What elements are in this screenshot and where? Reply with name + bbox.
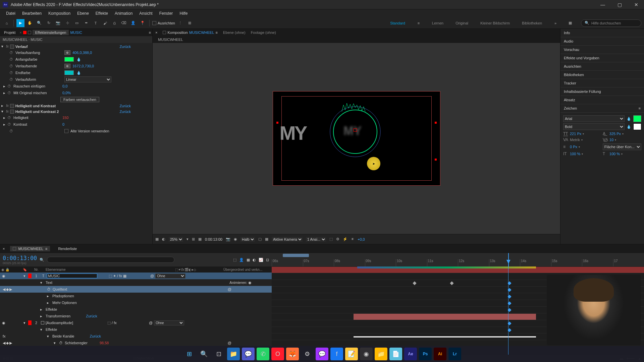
workspace-more[interactable]: » — [551, 19, 559, 27]
layer-switches[interactable]: ⬚ / fx — [107, 321, 148, 325]
resolution-select[interactable]: Halb — [240, 237, 255, 242]
animate-button[interactable]: Animieren: ◉ — [229, 281, 252, 285]
twirl-icon[interactable]: ▾ — [1, 109, 5, 114]
exposure-icon[interactable]: ☀ — [351, 237, 354, 241]
twirl-icon[interactable]: ▸ — [3, 91, 5, 95]
menu-ansicht[interactable]: Ansicht — [136, 10, 156, 16]
zoom-select[interactable]: 25% — [169, 237, 183, 242]
close-button[interactable]: ✕ — [631, 1, 641, 8]
graph-editor-icon[interactable]: 📈 — [259, 258, 263, 262]
stroke-color-swatch[interactable] — [633, 123, 641, 130]
taskbar-notes[interactable]: 📝 — [345, 348, 358, 360]
eyedropper-icon[interactable]: 💧 — [76, 57, 82, 62]
minimize-button[interactable]: — — [598, 1, 608, 8]
gradient-type-select[interactable]: Linear — [64, 76, 111, 82]
property-name[interactable]: Schieberegler — [65, 341, 88, 345]
libraries-panel[interactable]: Bibliotheken — [560, 71, 644, 79]
comp-tab[interactable]: Komposition MUSICWHEEL ≡ — [163, 31, 218, 35]
roi-icon[interactable]: ▢ — [258, 237, 262, 241]
renderer-icon[interactable]: ⚙ — [336, 237, 339, 241]
property-name[interactable]: Text — [46, 281, 52, 285]
taskbar-windows[interactable]: ⊞ — [183, 348, 196, 360]
character-panel-header[interactable]: Zeichen ≡ — [560, 104, 644, 113]
next-kf-icon[interactable]: ▶ — [9, 341, 12, 345]
view-select[interactable]: 1 Ansi... — [306, 237, 326, 242]
timeline-tab[interactable]: MUSICWHEEL ≡ — [10, 246, 50, 251]
tracker-panel[interactable]: Tracker — [560, 79, 644, 87]
layer-name[interactable]: [Audioamplitude] — [46, 321, 106, 325]
parent-select[interactable]: Ohne — [154, 320, 184, 325]
expression-pickwhip-icon[interactable]: @ — [228, 341, 231, 345]
home-tool[interactable]: ⌂ — [3, 19, 11, 27]
next-kf-icon[interactable]: ▶ — [9, 287, 12, 292]
stopwatch-icon[interactable]: ⏱ — [9, 57, 13, 61]
stopwatch-icon[interactable]: ⏱ — [7, 91, 11, 95]
content-aware-panel[interactable]: Inhaltsbasierte Füllung — [560, 87, 644, 96]
legacy-checkbox[interactable] — [64, 129, 68, 133]
shape-tool[interactable]: ▭ — [73, 19, 81, 27]
prev-kf-icon[interactable]: ◀ — [3, 341, 5, 345]
slider-value[interactable]: 98,58 — [100, 341, 109, 345]
brainstorm-icon[interactable]: ⊡ — [266, 258, 269, 262]
camera-tool[interactable]: 📷 — [54, 19, 62, 27]
comp-viewer[interactable]: MY MY — [153, 43, 560, 234]
effect-name[interactable]: Helligkeit und Kontrast 2 — [15, 110, 59, 114]
effect-name[interactable]: Verlauf — [15, 45, 28, 49]
taskbar-app[interactable]: ⚙ — [301, 348, 314, 360]
taskbar-whatsapp[interactable]: ✆ — [257, 348, 269, 360]
timecode-display[interactable]: 0:00:13:00 — [205, 237, 222, 241]
timeline-layer[interactable]: ◉ ▾ 2 [Audioamplitude] ⬚ / fx @ Ohne — [0, 319, 272, 326]
timeline-timecode[interactable]: 0:00:13:00 — [3, 255, 37, 261]
camera-select[interactable]: Aktive Kamera — [272, 237, 303, 242]
motion-blur-icon[interactable]: ◐ — [253, 258, 256, 262]
fast-preview-icon[interactable]: ⚡ — [343, 237, 347, 241]
prop-value[interactable]: 0,0% — [62, 91, 71, 95]
twirl-icon[interactable]: ▾ — [40, 281, 44, 285]
paragraph-panel[interactable]: Absatz — [560, 96, 644, 104]
shy-icon[interactable]: 👤 — [239, 258, 244, 262]
parent-select[interactable]: Ohne — [155, 274, 185, 279]
fx-icon[interactable]: fx — [6, 110, 9, 113]
taskbar-notepad[interactable]: 📄 — [389, 348, 402, 360]
twirl-icon[interactable]: ▸ — [1, 104, 5, 108]
menu-ebene[interactable]: Ebene — [74, 10, 92, 16]
snap-grid[interactable]: ⊞ — [186, 19, 194, 27]
stopwatch-icon[interactable]: ⏱ — [9, 71, 13, 75]
reset-link[interactable]: Zurück — [119, 110, 131, 114]
workspace-panel[interactable]: ▦ — [566, 19, 574, 27]
prop-value[interactable]: 0 — [62, 122, 64, 126]
roto-tool[interactable]: 👤 — [129, 19, 137, 27]
prop-value[interactable]: 406,0,388,0 — [72, 51, 92, 55]
stopwatch-icon[interactable]: ⏱ — [9, 77, 13, 81]
help-search[interactable]: 🔍 Hilfe durchsuchen — [581, 19, 641, 27]
taskbar-ae[interactable]: Ae — [404, 348, 417, 360]
footage-tab[interactable]: Footage (ohne) — [251, 31, 276, 35]
twirl-icon[interactable]: ▸ — [47, 294, 50, 298]
workspace-original[interactable]: Original — [453, 20, 471, 26]
stopwatch-icon[interactable]: ⏱ — [7, 122, 11, 126]
taskbar-explorer[interactable]: 📁 — [227, 348, 240, 360]
search-icon[interactable]: 🔍 — [40, 258, 44, 262]
info-panel[interactable]: Info — [560, 29, 644, 37]
effect-name[interactable]: Helligkeit und Kontrast — [15, 104, 56, 108]
rotate-tool[interactable]: ↻ — [45, 19, 53, 27]
twirl-icon[interactable]: ▸ — [3, 116, 5, 120]
add-kf-icon[interactable]: ◆ — [6, 287, 9, 292]
property-name[interactable]: Mehr Optionen — [52, 301, 77, 305]
fx-icon[interactable]: fx — [6, 45, 9, 48]
twirl-icon[interactable]: ▸ — [40, 307, 44, 312]
eraser-tool[interactable]: ⌫ — [120, 19, 128, 27]
font-family-select[interactable]: Arial — [563, 115, 625, 122]
tab-effects[interactable]: Effekteinstellungen — [33, 30, 69, 35]
menu-animation[interactable]: Animation — [111, 10, 136, 16]
layer-switches[interactable]: ⬚ ✦ / fx ▦ — [109, 274, 149, 278]
text-tool[interactable]: T — [92, 19, 100, 27]
workspace-standard[interactable]: Standard — [387, 20, 408, 26]
twirl-icon[interactable]: ▸ — [3, 122, 5, 127]
puppet-tool[interactable]: 📍 — [139, 19, 147, 27]
twirl-icon[interactable]: ▾ — [23, 274, 27, 278]
layer-color-tag[interactable] — [28, 320, 32, 325]
layer-tab[interactable]: Ebene (ohne) — [223, 31, 246, 35]
workspace-menu[interactable]: ≡ — [415, 19, 423, 27]
close-tab-icon[interactable]: × — [3, 247, 5, 251]
